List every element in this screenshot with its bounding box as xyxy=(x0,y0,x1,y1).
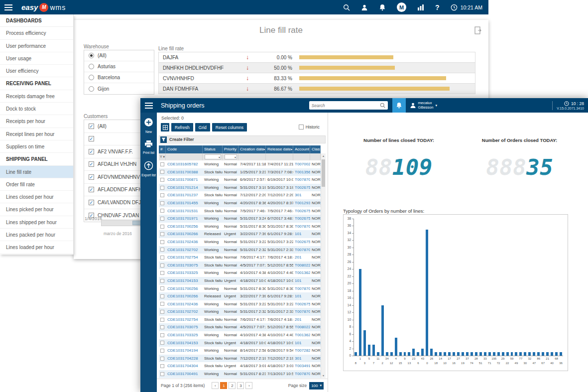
warehouse-option-all[interactable]: (All) xyxy=(84,50,154,61)
cell-code[interactable]: CDE1031700266 xyxy=(166,292,203,300)
table-row[interactable]: CDE1031701455WorkingNormal4/20/2017 8:36… xyxy=(159,199,321,207)
column-header-code[interactable]: Code xyxy=(166,145,203,153)
filter-dropdown[interactable]: ▾ xyxy=(205,154,221,159)
search-input[interactable] xyxy=(312,103,380,108)
checkbox-icon[interactable] xyxy=(160,349,164,353)
warehouse-option-barcelona[interactable]: Barcelona xyxy=(84,72,154,83)
table-row[interactable]: CDE1031701214WorkingNormal5/31/2017 3:19… xyxy=(159,184,321,192)
filter-cell-status[interactable]: ▾ xyxy=(203,153,223,160)
radio-icon[interactable] xyxy=(89,64,94,69)
toolbar-new-button[interactable]: New xyxy=(144,118,153,133)
checkbox-icon[interactable]: ✓ xyxy=(89,200,94,205)
cell-code[interactable]: CDE1031701531 xyxy=(166,207,203,215)
checkbox-icon[interactable] xyxy=(160,341,164,345)
radio-icon[interactable] xyxy=(89,86,94,92)
checkbox-icon[interactable] xyxy=(160,217,164,221)
table-row[interactable]: CDE1031701237Stock failureNormal7/12/201… xyxy=(159,191,321,199)
report-export-icon[interactable] xyxy=(474,26,482,36)
filter-dropdown[interactable]: ▾ xyxy=(225,154,237,159)
help-icon[interactable]: ? xyxy=(435,3,440,11)
cell-code[interactable]: CDE1031702436 xyxy=(166,238,203,246)
column-header-class[interactable]: Class xyxy=(310,145,321,153)
cell-code[interactable]: CDE1031704153 xyxy=(166,277,203,285)
filter-cell-priority[interactable]: ▾ xyxy=(223,153,238,160)
cell-code[interactable]: CDE1031701971 xyxy=(166,215,203,223)
sidebar-item-user-performance[interactable]: User performance xyxy=(0,40,73,52)
column-header-blank[interactable]: # xyxy=(159,145,166,153)
checkbox-icon[interactable] xyxy=(160,364,164,368)
sidebar-item-lines-shipped-per-hour[interactable]: Lines shipped per hour xyxy=(0,216,73,229)
user-menu[interactable]: mecalux GBesson ▾ xyxy=(410,101,437,110)
column-header-creation-date[interactable]: Creation date▾ xyxy=(238,145,266,153)
filter-cell-creation-date[interactable] xyxy=(238,153,266,160)
sidebar-item-lines-packed-per-hour[interactable]: Lines packed per hour xyxy=(0,229,73,241)
table-row[interactable]: CDE1031701971WorkingNormal5/31/2017 3:24… xyxy=(159,215,321,223)
reset-columns-button[interactable]: Reset columns xyxy=(212,123,247,131)
cell-code[interactable]: CDE1031700256 xyxy=(166,223,203,231)
table-row[interactable]: CDE1031702702WorkingNormal5/31/2017 2:32… xyxy=(159,308,321,316)
checkbox-icon[interactable] xyxy=(160,357,164,361)
column-header-priority[interactable]: Priority xyxy=(223,145,238,153)
cell-code[interactable]: CDE1031703325 xyxy=(166,269,203,277)
sidebar-item-order-fill-rate[interactable]: Order fill rate xyxy=(0,178,73,191)
warehouse-option-asturias[interactable]: Asturias xyxy=(84,61,154,72)
scroll-up-arrow[interactable]: ▲ xyxy=(321,153,326,158)
cell-code[interactable]: CDE1031704153 xyxy=(166,339,203,347)
clock-icon[interactable] xyxy=(451,4,458,11)
cell-code[interactable]: CDE1031703325 xyxy=(166,331,203,339)
page-size-select[interactable]: 100 ▾ xyxy=(309,382,324,390)
checkbox-icon[interactable] xyxy=(160,256,164,260)
checkbox-icon[interactable] xyxy=(160,318,164,322)
sidebar-item-receipts-damage-free[interactable]: Receipts damage free xyxy=(0,90,73,103)
filter-cell-blank[interactable]: Y ▾ xyxy=(159,153,166,160)
sidebar-item-process-efficiency[interactable]: Process efficiency xyxy=(0,27,73,39)
checkbox-icon[interactable] xyxy=(160,333,164,337)
checkbox-icon[interactable] xyxy=(160,310,164,314)
checkbox-icon[interactable] xyxy=(160,248,164,252)
pager-prev-button[interactable]: ‹ xyxy=(212,382,219,389)
checkbox-icon[interactable] xyxy=(160,162,164,166)
cell-code[interactable]: CDE1031702436 xyxy=(166,300,203,308)
filter-cell-class[interactable] xyxy=(310,153,321,160)
checkbox-icon[interactable]: ✓ xyxy=(89,187,94,192)
checkbox-icon[interactable] xyxy=(160,240,164,244)
cell-code[interactable]: CDE1031700388 xyxy=(166,168,203,176)
filter-cell-release-date[interactable] xyxy=(266,153,293,160)
sort-caret-icon[interactable]: ▾ xyxy=(263,145,265,153)
radio-icon[interactable] xyxy=(89,53,94,58)
menu-icon[interactable] xyxy=(4,4,12,10)
cell-code[interactable]: CDE1031704194 xyxy=(166,347,203,355)
cell-code[interactable]: CDE1031704304 xyxy=(166,362,203,370)
checkbox-icon[interactable] xyxy=(160,209,164,213)
cell-code[interactable]: CDE1031701214 xyxy=(166,184,203,192)
checkbox-icon[interactable] xyxy=(160,325,164,329)
checkbox-icon[interactable] xyxy=(160,263,164,267)
cell-code[interactable]: CDE1031702754 xyxy=(166,254,203,261)
statistics-icon[interactable] xyxy=(417,4,424,10)
table-row[interactable]: CDE1031702754Stock failureNormal7/6/2017… xyxy=(159,254,321,261)
checkbox-icon[interactable] xyxy=(160,302,164,306)
checkbox-icon[interactable] xyxy=(160,279,164,283)
table-row[interactable]: CDE1031704228Stock failureNormal7/12/201… xyxy=(159,355,321,363)
refresh-button[interactable]: Refresh xyxy=(171,123,193,131)
sort-caret-icon[interactable]: ▾ xyxy=(291,145,292,153)
table-row[interactable]: CDE1031704194WorkingNormal8/14/2017 2:58… xyxy=(159,347,321,355)
cell-code[interactable]: CDE1031703075 xyxy=(166,261,203,269)
cell-code[interactable]: CDE1031703075 xyxy=(166,323,203,331)
filter-cell-account[interactable] xyxy=(293,153,310,160)
sidebar-item-receipts-per-hour[interactable]: Receipts per hour xyxy=(0,115,73,128)
checkbox-icon[interactable] xyxy=(160,372,164,376)
checkbox-icon[interactable] xyxy=(160,271,164,275)
toolbar-print-list-button[interactable]: Print list xyxy=(143,140,154,154)
checkbox-icon[interactable] xyxy=(160,294,164,298)
checkbox-icon[interactable] xyxy=(160,201,164,205)
checkbox-icon[interactable]: ✓ xyxy=(89,149,94,154)
table-scrollbar[interactable]: ▲ ▼ xyxy=(321,153,326,378)
user-icon[interactable] xyxy=(361,4,368,11)
historic-checkbox[interactable] xyxy=(299,125,304,130)
grid-select-icon-button[interactable] xyxy=(161,123,169,131)
cell-code[interactable]: CDE1031605782 xyxy=(166,160,203,168)
checkbox-icon[interactable] xyxy=(160,186,164,190)
grid-button[interactable]: Grid xyxy=(195,123,210,131)
checkbox-icon[interactable] xyxy=(160,193,164,197)
